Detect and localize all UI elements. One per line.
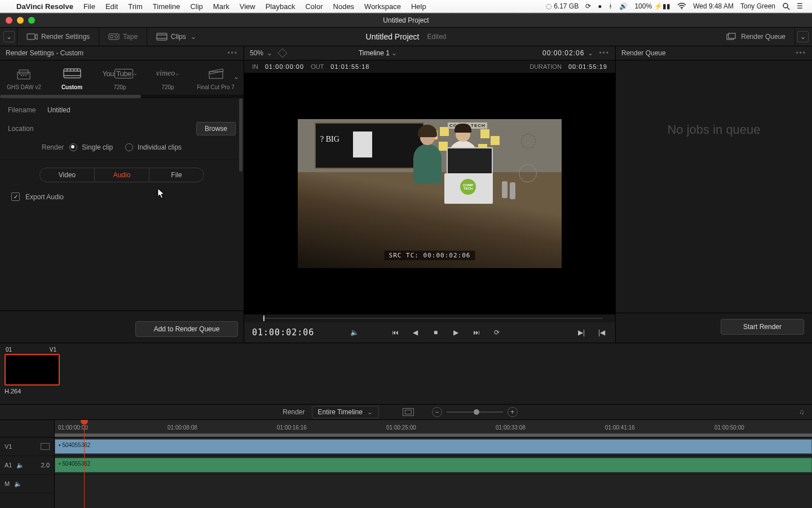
loop-button[interactable]: ⟳ bbox=[491, 329, 502, 336]
render-scope-dropdown[interactable]: Entire Timeline ⌄ bbox=[312, 406, 379, 418]
preset-vimeo[interactable]: vimeo ⌄ 720p bbox=[144, 66, 192, 90]
close-window-button[interactable] bbox=[6, 17, 12, 24]
clips-button[interactable]: Clips ⌄ bbox=[149, 30, 203, 43]
tab-video[interactable]: Video bbox=[40, 168, 94, 182]
audio-clip[interactable]: • 504055362 bbox=[55, 458, 812, 472]
mute-button[interactable]: 🔈 bbox=[349, 329, 360, 336]
menu-extras-icon[interactable]: ☰ bbox=[793, 2, 806, 10]
stop-button[interactable]: ■ bbox=[430, 329, 442, 336]
disk-status[interactable]: ◌ 6.17 GB bbox=[542, 2, 582, 10]
audio-music-icon[interactable]: ♫ bbox=[799, 408, 804, 416]
wifi-icon[interactable] bbox=[674, 3, 690, 10]
dot-status-icon[interactable]: ● bbox=[594, 2, 605, 10]
next-clip-button[interactable]: ⏭ bbox=[471, 329, 482, 336]
volume-icon[interactable]: 🔊 bbox=[616, 2, 631, 10]
settings-scrollbar[interactable] bbox=[239, 98, 242, 172]
track-header-m[interactable]: M 🔈 bbox=[0, 475, 54, 493]
in-out-range-bar[interactable] bbox=[55, 433, 812, 437]
viewer-options-icon[interactable]: ••• bbox=[599, 49, 610, 57]
timeline-body[interactable]: 01:00:00:00 01:00:08:08 01:00:16:16 01:0… bbox=[55, 420, 812, 508]
play-button[interactable]: ▶ bbox=[451, 329, 462, 336]
render-settings-button[interactable]: Render Settings bbox=[20, 30, 96, 43]
single-clip-radio[interactable] bbox=[69, 143, 77, 151]
menu-view[interactable]: View bbox=[235, 2, 261, 11]
track-header-a1[interactable]: A1 🔈 2.0 bbox=[0, 456, 54, 475]
menu-mark[interactable]: Mark bbox=[208, 2, 235, 11]
ruler-tick: 01:00:08:08 bbox=[167, 424, 197, 431]
presets-more-chevron-icon[interactable]: ⌄ bbox=[233, 73, 239, 81]
panel-options-icon[interactable]: ••• bbox=[227, 49, 238, 57]
render-queue-label: Render Queue bbox=[741, 33, 785, 41]
menu-workspace[interactable]: Workspace bbox=[359, 2, 406, 11]
menu-color[interactable]: Color bbox=[300, 2, 328, 11]
prev-clip-button[interactable]: ⏮ bbox=[390, 329, 401, 336]
add-to-render-queue-button[interactable]: Add to Render Queue bbox=[135, 321, 238, 337]
zoom-out-button[interactable]: − bbox=[432, 407, 442, 417]
playhead[interactable] bbox=[84, 420, 85, 508]
battery-status[interactable]: 100% ⚡▮▮ bbox=[631, 2, 674, 10]
preset-custom[interactable]: Custom bbox=[48, 66, 96, 90]
project-name[interactable]: Untitled Project bbox=[366, 32, 420, 41]
filename-value[interactable]: Untitled bbox=[47, 106, 70, 114]
preset-ghs-daw[interactable]: GHS DAW v2 bbox=[0, 66, 48, 90]
viewer-mode-icon[interactable] bbox=[278, 49, 288, 58]
layout-dropdown-button[interactable]: ⌄ bbox=[3, 31, 15, 42]
timeline-view-mode-icon[interactable] bbox=[403, 408, 414, 416]
tab-audio[interactable]: Audio bbox=[94, 168, 149, 182]
svg-point-14 bbox=[21, 75, 22, 76]
tab-file[interactable]: File bbox=[149, 168, 204, 182]
viewer-screen[interactable]: ? BIG COMPU TECH COMPTECH SRC TC: 00:00:… bbox=[244, 73, 615, 314]
zoom-dropdown-icon[interactable]: ⌄ bbox=[267, 49, 272, 57]
video-track-icon[interactable] bbox=[41, 443, 50, 450]
zoom-window-button[interactable] bbox=[28, 17, 35, 24]
clock[interactable]: Wed 9:48 AM bbox=[690, 2, 737, 10]
render-queue-panel: Render Queue ••• No jobs in queue Start … bbox=[616, 46, 812, 343]
layout-dropdown-right-button[interactable]: ⌄ bbox=[797, 31, 809, 42]
zoom-track[interactable] bbox=[447, 411, 503, 413]
bluetooth-icon[interactable]: ᚼ bbox=[605, 2, 616, 10]
minimize-window-button[interactable] bbox=[17, 17, 24, 24]
individual-clips-radio[interactable] bbox=[125, 143, 133, 151]
export-audio-checkbox[interactable]: ✓ bbox=[11, 192, 20, 201]
clip-thumbnail[interactable]: 01 V1 H.264 bbox=[5, 347, 58, 395]
viewer-zoom[interactable]: 50% bbox=[250, 49, 263, 57]
app-menu[interactable]: DaVinci Resolve bbox=[11, 2, 78, 11]
user-menu[interactable]: Tony Green bbox=[737, 2, 779, 10]
menu-timeline[interactable]: Timeline bbox=[148, 2, 186, 11]
track-v1-lane[interactable]: • 504055362 bbox=[55, 437, 812, 456]
queue-options-icon[interactable]: ••• bbox=[796, 49, 806, 57]
menu-file[interactable]: File bbox=[78, 2, 100, 11]
location-row: Location Browse bbox=[8, 122, 236, 135]
track-m-lane[interactable] bbox=[55, 475, 812, 508]
menu-playback[interactable]: Playback bbox=[261, 2, 301, 11]
preset-youtube[interactable]: YouTube ⌄ 720p bbox=[96, 66, 144, 90]
preset-fcp7[interactable]: Final Cut Pro 7 bbox=[192, 66, 240, 90]
zoom-handle[interactable] bbox=[474, 409, 479, 415]
video-clip[interactable]: • 504055362 bbox=[55, 439, 812, 454]
viewer-tc-dropdown-icon[interactable]: ⌄ bbox=[588, 49, 593, 57]
spotlight-icon[interactable] bbox=[779, 2, 793, 10]
preset-generic-icon bbox=[13, 66, 36, 81]
browse-button[interactable]: Browse bbox=[196, 122, 236, 135]
zoom-in-button[interactable]: + bbox=[508, 407, 518, 417]
timeline-ruler[interactable]: 01:00:00:00 01:00:08:08 01:00:16:16 01:0… bbox=[55, 420, 812, 437]
go-to-in-button[interactable]: |◀ bbox=[596, 329, 607, 336]
export-audio-row: ✓ Export Audio bbox=[8, 188, 236, 201]
menu-help[interactable]: Help bbox=[406, 2, 431, 11]
go-to-out-button[interactable]: ▶| bbox=[576, 329, 587, 336]
menu-clip[interactable]: Clip bbox=[185, 2, 208, 11]
viewer-scrubber[interactable] bbox=[244, 314, 615, 322]
menu-trim[interactable]: Trim bbox=[123, 2, 148, 11]
render-queue-button[interactable]: Render Queue bbox=[720, 30, 792, 43]
menu-nodes[interactable]: Nodes bbox=[328, 2, 360, 11]
track-header-v1[interactable]: V1 bbox=[0, 437, 54, 456]
sync-icon[interactable]: ⟳ bbox=[582, 2, 594, 10]
track-a1-lane[interactable]: • 504055362 bbox=[55, 456, 812, 475]
menu-edit[interactable]: Edit bbox=[100, 2, 123, 11]
audio-track-icon[interactable]: 🔈 bbox=[14, 480, 22, 488]
step-back-button[interactable]: ◀ bbox=[410, 329, 421, 336]
tape-button[interactable]: Tape bbox=[102, 30, 144, 43]
start-render-button[interactable]: Start Render bbox=[721, 319, 804, 335]
viewer-timeline-name[interactable]: Timeline 1 ⌄ bbox=[359, 49, 397, 57]
audio-track-icon[interactable]: 🔈 bbox=[16, 462, 24, 469]
